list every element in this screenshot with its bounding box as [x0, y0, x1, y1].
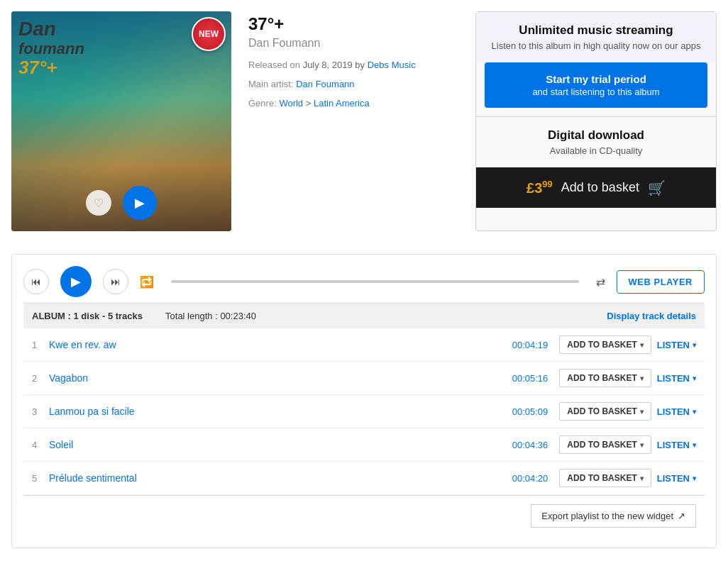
- export-label: Export playlist to the new widget: [541, 511, 673, 521]
- track-row: 5 Prélude sentimental 00:04:20 ADD TO BA…: [23, 462, 705, 495]
- add-label: ADD TO BASKET: [567, 340, 636, 350]
- track-add-button[interactable]: ADD TO BASKET ▾: [559, 435, 651, 454]
- rewind-button[interactable]: ⏮: [23, 269, 49, 294]
- loop-icon[interactable]: 🔁: [140, 275, 154, 289]
- page-container: Dan foumann 37°+ NEW ♡ ▶ 37°+ Dan Fouman…: [0, 0, 728, 560]
- streaming-subtitle: Listen to this album in high quality now…: [487, 40, 705, 51]
- display-track-details[interactable]: Display track details: [607, 311, 696, 321]
- streaming-header: Unlimited music streaming Listen to this…: [476, 12, 716, 62]
- price-main: £3: [526, 180, 542, 196]
- genre-link[interactable]: World: [279, 98, 303, 109]
- play-button[interactable]: ▶: [60, 266, 92, 297]
- track-listen-button[interactable]: LISTEN ▾: [657, 473, 696, 484]
- listen-arrow-icon: ▾: [693, 441, 696, 449]
- genre-sub-link[interactable]: Latin America: [314, 98, 370, 109]
- track-name[interactable]: Soleil: [49, 439, 505, 450]
- release-by: by: [355, 60, 365, 70]
- player-section: ⏮ ▶ ⏭ 🔁 ⇄ WEB PLAYER ALBUM : 1 disk - 5 …: [11, 254, 717, 548]
- track-listen-button[interactable]: LISTEN ▾: [657, 406, 696, 417]
- track-name[interactable]: Lanmou pa si facile: [49, 406, 505, 417]
- track-listen-button[interactable]: LISTEN ▾: [657, 440, 696, 450]
- download-subtitle: Available in CD-quality: [487, 145, 705, 156]
- track-number: 1: [32, 340, 49, 350]
- new-badge: NEW: [192, 17, 226, 51]
- listen-label: LISTEN: [657, 373, 690, 384]
- listen-arrow-icon: ▾: [693, 374, 696, 382]
- genre-label: Genre:: [248, 98, 277, 109]
- listen-label: LISTEN: [657, 473, 690, 484]
- overlay-line1: Dan: [18, 18, 84, 40]
- price: £399: [526, 179, 553, 196]
- listen-arrow-icon: ▾: [693, 408, 696, 416]
- release-meta: Released on July 8, 2019 by Debs Music: [248, 58, 458, 73]
- track-duration: 00:04:20: [505, 473, 548, 484]
- add-arrow-icon: ▾: [640, 441, 644, 449]
- overlay-line3: 37°+: [18, 57, 84, 78]
- track-duration: 00:04:36: [505, 440, 548, 450]
- track-listen-button[interactable]: LISTEN ▾: [657, 340, 696, 350]
- listen-label: LISTEN: [657, 406, 690, 417]
- add-label: ADD TO BASKET: [567, 373, 636, 383]
- total-length: Total length : 00:23:40: [165, 311, 256, 321]
- streaming-title: Unlimited music streaming: [487, 23, 705, 38]
- track-row: 1 Kwe en rev. aw 00:04:19 ADD TO BASKET …: [23, 328, 705, 362]
- web-player-button[interactable]: WEB PLAYER: [617, 270, 705, 294]
- album-title: 37°+: [248, 14, 458, 34]
- genre-separator: >: [306, 98, 314, 109]
- track-number: 4: [32, 440, 49, 450]
- track-add-button[interactable]: ADD TO BASKET ▾: [559, 402, 651, 421]
- genre-meta: Genre: World > Latin America: [248, 96, 458, 111]
- streaming-panel: Unlimited music streaming Listen to this…: [475, 11, 717, 231]
- favorite-button[interactable]: ♡: [86, 190, 111, 216]
- add-arrow-icon: ▾: [640, 374, 644, 382]
- basket-label: Add to basket: [561, 180, 639, 195]
- cover-play-button[interactable]: ▶: [123, 186, 157, 220]
- trial-btn-line2: and start listening to this album: [496, 87, 696, 99]
- album-text-overlay: Dan foumann 37°+: [18, 18, 84, 78]
- album-artist: Dan Foumann: [248, 37, 458, 50]
- track-number: 2: [32, 373, 49, 384]
- basket-icon: 🛒: [648, 179, 666, 196]
- shuffle-icon[interactable]: ⇄: [596, 275, 605, 289]
- trial-button[interactable]: Start my trial period and start listenin…: [485, 62, 707, 108]
- download-title: Digital download: [487, 128, 705, 143]
- add-to-basket-button[interactable]: £399 Add to basket 🛒: [476, 167, 716, 208]
- player-controls: ⏮ ▶ ⏭ 🔁 ⇄ WEB PLAYER: [23, 266, 705, 297]
- track-add-button[interactable]: ADD TO BASKET ▾: [559, 335, 651, 354]
- track-add-button[interactable]: ADD TO BASKET ▾: [559, 469, 651, 487]
- track-row: 4 Soleil 00:04:36 ADD TO BASKET ▾ LISTEN…: [23, 428, 705, 462]
- download-section: Digital download Available in CD-quality: [476, 117, 716, 167]
- trial-btn-line1: Start my trial period: [496, 72, 696, 87]
- add-label: ADD TO BASKET: [567, 440, 636, 450]
- add-arrow-icon: ▾: [640, 408, 644, 416]
- label-link[interactable]: Debs Music: [368, 60, 416, 70]
- add-label: ADD TO BASKET: [567, 473, 636, 483]
- artist-link[interactable]: Dan Foumann: [296, 79, 354, 89]
- listen-arrow-icon: ▾: [693, 474, 696, 482]
- export-icon: ↗: [678, 511, 685, 521]
- track-number: 5: [32, 473, 49, 484]
- track-row: 2 Vagabon 00:05:16 ADD TO BASKET ▾ LISTE…: [23, 362, 705, 395]
- top-section: Dan foumann 37°+ NEW ♡ ▶ 37°+ Dan Fouman…: [11, 11, 717, 231]
- track-duration: 00:05:16: [505, 373, 548, 384]
- track-duration: 00:04:19: [505, 340, 548, 350]
- progress-bar[interactable]: [171, 280, 579, 283]
- album-info-label: ALBUM : 1 disk - 5 tracks: [32, 311, 143, 321]
- cover-play-controls: ♡ ▶: [86, 186, 157, 220]
- album-info: 37°+ Dan Foumann Released on July 8, 201…: [248, 11, 458, 231]
- fast-forward-button[interactable]: ⏭: [103, 269, 128, 294]
- track-listen-button[interactable]: LISTEN ▾: [657, 373, 696, 384]
- listen-label: LISTEN: [657, 340, 690, 350]
- track-number: 3: [32, 406, 49, 417]
- artist-meta: Main artist: Dan Foumann: [248, 77, 458, 92]
- track-name[interactable]: Vagabon: [49, 372, 505, 384]
- track-name[interactable]: Prélude sentimental: [49, 472, 505, 484]
- listen-arrow-icon: ▾: [693, 341, 696, 349]
- release-date: July 8, 2019: [303, 60, 353, 70]
- listen-label: LISTEN: [657, 440, 690, 450]
- track-name[interactable]: Kwe en rev. aw: [49, 339, 505, 350]
- export-playlist-button[interactable]: Export playlist to the new widget ↗: [531, 504, 696, 528]
- overlay-line2: foumann: [18, 40, 84, 57]
- add-arrow-icon: ▾: [640, 474, 644, 482]
- track-add-button[interactable]: ADD TO BASKET ▾: [559, 369, 651, 387]
